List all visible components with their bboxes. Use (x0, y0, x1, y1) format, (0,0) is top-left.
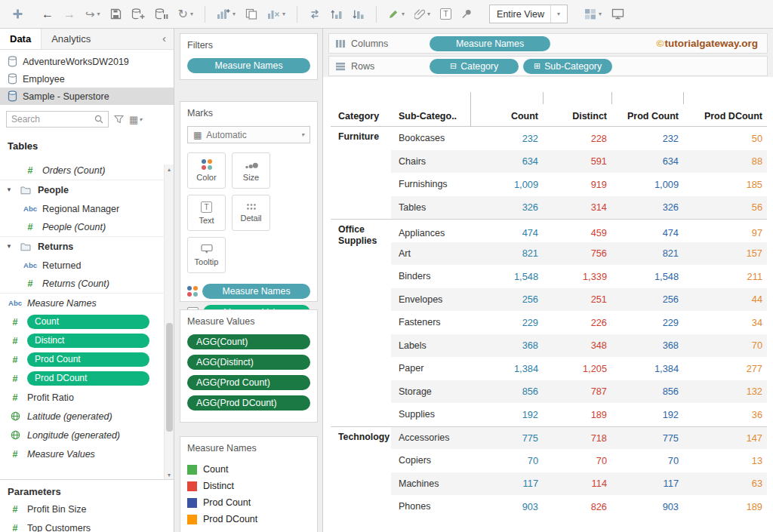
value-cell[interactable]: 117 (470, 478, 543, 489)
value-cell[interactable]: 634 (470, 155, 543, 167)
value-cell[interactable]: 1,009 (611, 179, 683, 190)
value-cell[interactable]: 826 (543, 501, 611, 512)
value-cell[interactable]: 192 (470, 409, 543, 420)
show-me-button[interactable]: ▾ (581, 5, 605, 23)
value-cell[interactable]: 70 (543, 455, 611, 466)
field-pill-prod-dcount[interactable]: Prod DCount (27, 371, 149, 386)
subcategory-cell[interactable]: Storage (391, 386, 470, 397)
value-cell[interactable]: 368 (611, 340, 683, 351)
field-item[interactable]: #Count (0, 312, 174, 331)
value-cell[interactable]: 192 (611, 409, 683, 420)
pill-sub-category[interactable]: ⊞Sub-Category (523, 59, 612, 74)
pill-agg-count[interactable]: AGG(Count) (187, 334, 310, 349)
rows-shelf[interactable]: Rows ⊟Category⊞Sub-Category (328, 56, 768, 76)
category-cell[interactable] (331, 403, 391, 407)
field-item[interactable]: #Distinct (0, 331, 174, 350)
column-header-prod-count[interactable]: Prod Count (611, 111, 683, 126)
tab-data[interactable]: Data (0, 29, 42, 49)
subcategory-cell[interactable]: Supplies (391, 409, 470, 420)
value-cell[interactable]: 157 (683, 248, 767, 259)
value-cell[interactable]: 718 (543, 432, 611, 444)
field-pill-prod-count[interactable]: Prod Count (27, 352, 149, 367)
highlight-button[interactable]: ▾ (384, 5, 408, 23)
marks-detail-button[interactable]: Detail (232, 195, 270, 231)
value-cell[interactable]: 256 (470, 294, 543, 305)
field-item[interactable]: #Top Customers (0, 518, 174, 532)
value-cell[interactable]: 856 (611, 386, 683, 397)
category-cell[interactable] (331, 196, 391, 201)
subcategory-cell[interactable]: Paper (391, 363, 470, 374)
new-datasource-button[interactable] (128, 5, 149, 23)
field-pill-distinct[interactable]: Distinct (27, 334, 149, 348)
subcategory-cell[interactable]: Machines (391, 478, 470, 489)
scrollbar-thumb[interactable] (166, 323, 173, 432)
undo-button[interactable]: ← (38, 5, 57, 23)
sort-descending-button[interactable] (349, 5, 368, 23)
subcategory-cell[interactable]: Binders (391, 271, 470, 281)
value-cell[interactable]: 189 (683, 501, 767, 512)
field-item[interactable]: #Profit Bin Size (0, 500, 174, 518)
value-cell[interactable]: 226 (543, 317, 611, 328)
value-cell[interactable]: 70 (470, 455, 543, 466)
value-cell[interactable]: 1,384 (470, 363, 543, 374)
subcategory-cell[interactable]: Accessories (391, 432, 470, 443)
columns-shelf[interactable]: Columns Measure Names ©tutorialgateway.o… (328, 33, 768, 54)
subcategory-cell[interactable]: Copiers (391, 455, 470, 466)
value-cell[interactable]: 114 (543, 478, 611, 489)
marks-size-button[interactable]: Size (232, 152, 270, 189)
marks-tooltip-button[interactable]: Tooltip (187, 237, 226, 273)
category-cell[interactable] (331, 288, 391, 293)
filter-fields-icon[interactable] (114, 115, 124, 124)
category-cell[interactable] (331, 173, 391, 177)
field-item[interactable]: #Returns (Count) (0, 275, 174, 294)
value-cell[interactable]: 474 (611, 227, 683, 238)
value-cell[interactable]: 211 (683, 271, 767, 282)
collapse-pane-button[interactable]: ‹ (155, 29, 174, 49)
value-cell[interactable]: 787 (543, 386, 611, 397)
value-cell[interactable]: 474 (470, 227, 543, 238)
pill-measure-names[interactable]: Measure Names (430, 36, 550, 51)
column-header-category[interactable]: Category (331, 111, 391, 126)
category-cell[interactable]: Furniture (331, 127, 391, 143)
new-worksheet-button[interactable]: ▾ (213, 5, 239, 23)
subcategory-cell[interactable]: Fasteners (391, 317, 470, 328)
marks-color-button[interactable]: Color (187, 152, 226, 189)
subcategory-cell[interactable]: Envelopes (391, 294, 470, 305)
value-cell[interactable]: 326 (611, 201, 683, 213)
save-button[interactable] (106, 5, 125, 23)
value-cell[interactable]: 459 (543, 227, 611, 238)
value-cell[interactable]: 1,548 (470, 271, 543, 282)
tab-analytics[interactable]: Analytics (42, 29, 100, 49)
value-cell[interactable]: 903 (470, 501, 543, 512)
value-cell[interactable]: 132 (683, 386, 767, 397)
category-cell[interactable] (331, 495, 391, 500)
category-cell[interactable] (331, 472, 391, 477)
replay-button[interactable]: ↪▾ (82, 5, 104, 23)
value-cell[interactable]: 256 (611, 294, 683, 305)
legend-item[interactable]: Distinct (187, 478, 310, 494)
datasource-item[interactable]: Employee (0, 70, 174, 88)
column-header-prod-dcount[interactable]: Prod DCount (683, 111, 767, 126)
column-header-distinct[interactable]: Distinct (543, 111, 611, 126)
field-pill-count[interactable]: Count (27, 315, 149, 329)
value-cell[interactable]: 63 (683, 478, 767, 489)
value-cell[interactable]: 277 (683, 363, 767, 374)
value-cell[interactable]: 229 (611, 317, 683, 328)
value-cell[interactable]: 368 (470, 340, 543, 351)
category-cell[interactable] (331, 150, 391, 155)
subcategory-cell[interactable]: Furnishings (391, 179, 470, 189)
field-item[interactable]: #Prod Count (0, 350, 174, 369)
value-cell[interactable]: 1,548 (611, 271, 683, 282)
value-cell[interactable]: 348 (543, 340, 611, 351)
value-cell[interactable]: 88 (683, 155, 767, 167)
fields-scrollbar[interactable]: ▴ ▾ (164, 165, 174, 480)
subcategory-cell[interactable]: Tables (391, 202, 470, 213)
field-item[interactable]: AbcMeasure Names (0, 294, 174, 312)
value-cell[interactable]: 756 (543, 248, 611, 259)
category-cell[interactable] (331, 334, 391, 339)
field-item[interactable]: Longitude (generated) (0, 426, 174, 444)
datasource-item[interactable]: AdventureWorksDW2019 (0, 53, 174, 70)
value-cell[interactable]: 634 (611, 155, 683, 167)
field-item[interactable]: ▼People (0, 180, 174, 199)
value-cell[interactable]: 229 (470, 317, 543, 328)
